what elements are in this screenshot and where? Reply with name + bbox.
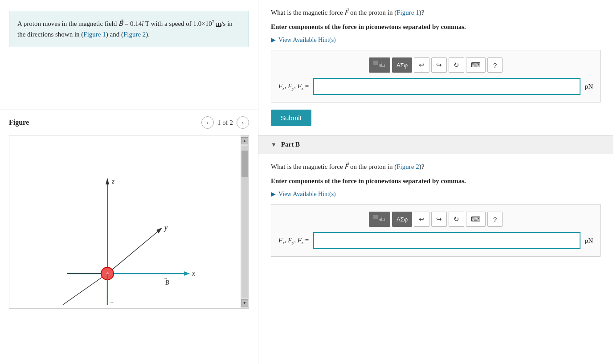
part-b-hint-triangle-icon: ▶ xyxy=(271,190,276,198)
part-a-fig1-link[interactable]: Figure 1 xyxy=(396,9,419,16)
scroll-track xyxy=(241,146,248,298)
part-a-answer-box: √□ ΑΣφ ↩ ↪ ↻ ⌨ ? Fx, Fy, Fz = pN xyxy=(271,50,601,102)
left-panel: A proton moves in the magnetic field B⃗ … xyxy=(0,0,258,364)
reset-button[interactable]: ↻ xyxy=(449,57,464,73)
figure-area: z y x B → + v → xyxy=(9,135,249,309)
part-a-hint-link[interactable]: ▶ View Available Hint(s) xyxy=(271,36,601,44)
part-a-toolbar: √□ ΑΣφ ↩ ↪ ↻ ⌨ ? xyxy=(278,57,593,73)
svg-marker-4 xyxy=(156,228,162,233)
problem-statement: A proton moves in the magnetic field B⃗ … xyxy=(9,11,249,47)
svg-text:→: → xyxy=(163,276,168,281)
part-b-help-button[interactable]: ? xyxy=(487,212,503,227)
svg-marker-1 xyxy=(106,178,109,184)
part-b-toolbar: √□ ΑΣφ ↩ ↪ ↻ ⌨ ? xyxy=(278,212,593,227)
undo-button[interactable]: ↩ xyxy=(414,57,429,73)
figure-header: Figure ‹ 1 of 2 › xyxy=(0,110,258,135)
math-radical-button[interactable]: √□ xyxy=(369,57,390,73)
svg-marker-7 xyxy=(184,271,190,276)
svg-line-3 xyxy=(107,229,161,274)
right-panel: What is the magnetic force F⃗ on the pro… xyxy=(258,0,613,364)
part-b-section: ▼ Part B What is the magnetic force F⃗ o… xyxy=(258,135,613,273)
part-b-question: What is the magnetic force F⃗ on the pro… xyxy=(271,161,601,172)
part-b-label: Part B xyxy=(281,141,300,148)
keyboard-button[interactable]: ⌨ xyxy=(466,57,486,73)
part-b-answer-row: Fx, Fy, Fz = pN xyxy=(278,232,593,249)
part-b-answer-unit: pN xyxy=(585,237,593,245)
part-b-redo-button[interactable]: ↪ xyxy=(431,212,447,227)
part-b-math-greek-button[interactable]: ΑΣφ xyxy=(392,212,412,227)
svg-text:√□: √□ xyxy=(379,216,385,222)
hint-triangle-icon: ▶ xyxy=(271,36,276,44)
part-b-answer-box: √□ ΑΣφ ↩ ↪ ↻ ⌨ ? Fx, Fy, Fz = pN xyxy=(271,204,601,257)
part-b-instruction: Enter components of the force in piconew… xyxy=(271,177,601,185)
hint-link-text: View Available Hint(s) xyxy=(278,37,336,44)
svg-text:x: x xyxy=(192,270,195,277)
figure-nav: ‹ 1 of 2 › xyxy=(201,116,249,129)
fig1-link-left[interactable]: Figure 1 xyxy=(83,31,106,38)
scroll-up-button[interactable]: ▲ xyxy=(241,137,248,144)
prev-figure-button[interactable]: ‹ xyxy=(201,116,214,129)
part-b-keyboard-button[interactable]: ⌨ xyxy=(466,212,486,227)
svg-rect-19 xyxy=(373,61,378,65)
part-a-answer-unit: pN xyxy=(585,83,593,90)
part-b-math-radical-button[interactable]: √□ xyxy=(369,212,390,227)
svg-text:→: → xyxy=(110,299,114,305)
part-b-hint-link-text: View Available Hint(s) xyxy=(278,191,336,198)
part-b-answer-label: Fx, Fy, Fz = xyxy=(278,237,309,245)
part-b-hint-link[interactable]: ▶ View Available Hint(s) xyxy=(271,190,601,198)
svg-text:√□: √□ xyxy=(379,62,385,68)
part-b-fig2-link[interactable]: Figure 2 xyxy=(396,163,419,170)
figure-diagram: z y x B → + v → xyxy=(18,144,223,305)
part-a-answer-row: Fx, Fy, Fz = pN xyxy=(278,78,593,95)
figure-scrollbar[interactable]: ▲ ▼ xyxy=(241,135,249,308)
part-b-collapse-icon: ▼ xyxy=(271,141,277,148)
svg-line-10 xyxy=(63,274,107,305)
fig2-link-left[interactable]: Figure 2 xyxy=(123,31,146,38)
part-a-content: What is the magnetic force F⃗ on the pro… xyxy=(258,0,613,135)
part-a-answer-input[interactable] xyxy=(313,78,580,95)
figure-label: Figure xyxy=(9,119,201,127)
part-b-header[interactable]: ▼ Part B xyxy=(258,135,613,154)
part-b-reset-button[interactable]: ↻ xyxy=(449,212,464,227)
part-b-content: What is the magnetic force F⃗ on the pro… xyxy=(258,154,613,273)
scroll-down-button[interactable]: ▼ xyxy=(241,299,248,307)
math-greek-button[interactable]: ΑΣφ xyxy=(392,57,412,73)
svg-text:z: z xyxy=(111,177,115,185)
svg-rect-21 xyxy=(373,215,378,219)
figure-count: 1 of 2 xyxy=(217,119,233,127)
help-button[interactable]: ? xyxy=(487,57,503,73)
part-a-answer-label: Fx, Fy, Fz = xyxy=(278,82,309,91)
part-a-instruction: Enter components of the force in piconew… xyxy=(271,23,601,31)
part-b-undo-button[interactable]: ↩ xyxy=(414,212,429,227)
submit-button[interactable]: Submit xyxy=(271,110,311,126)
scroll-thumb[interactable] xyxy=(241,151,248,177)
part-a-question: What is the magnetic force F⃗ on the pro… xyxy=(271,7,601,18)
next-figure-button[interactable]: › xyxy=(237,116,249,129)
redo-button[interactable]: ↪ xyxy=(431,57,447,73)
part-b-answer-input[interactable] xyxy=(313,232,580,249)
svg-text:y: y xyxy=(163,224,168,232)
